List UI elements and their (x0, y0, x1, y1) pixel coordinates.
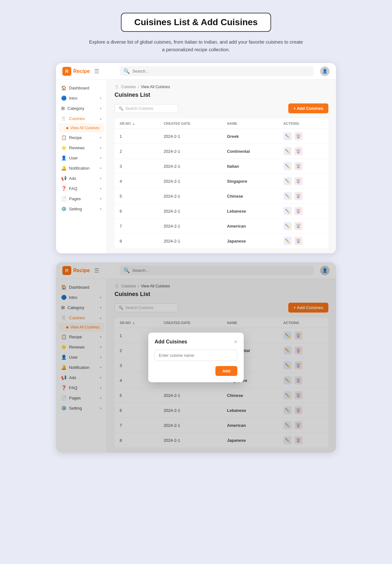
cell-date: 2024-2-1 (158, 174, 222, 189)
pages-icon: 📄 (61, 196, 66, 201)
modal-close-button[interactable]: × (234, 339, 237, 345)
edit-button[interactable]: ✏️ (284, 162, 292, 170)
search-cuisines-1[interactable]: 🔍 Search Cuisines (115, 104, 178, 113)
category-icon: ⊞ (61, 106, 65, 111)
table-row: 6 2024-2-1 Lebanese ✏️ 🗑️ (115, 204, 328, 219)
home-icon: 🏠 (61, 85, 66, 90)
cell-date: 2024-2-1 (158, 144, 222, 159)
logo-text: Recipe (73, 68, 90, 74)
sidebar-label-ads: Ads (69, 176, 76, 181)
cell-date: 2024-2-1 (158, 219, 222, 234)
sidebar-label-cuisines: Cuisines (69, 116, 85, 121)
delete-button[interactable]: 🗑️ (294, 192, 303, 200)
chevron-user: ▾ (100, 156, 102, 160)
app-window-2: R Recipe ☰ 🔍 👤 🏠 Dashboard 🔵 Intro ▾ ⊞ (56, 262, 336, 453)
sidebar-item-reviews[interactable]: ⭐ Reviews ▾ (56, 143, 107, 153)
cell-sr: 4 (115, 174, 158, 189)
sidebar-item-recipe[interactable]: 📋 Recipe ▾ (56, 132, 107, 143)
modal-add-button[interactable]: Add (215, 366, 237, 376)
modal-box: Add Cuisines × Add (148, 333, 244, 382)
toolbar-1: 🔍 Search Cuisines + Add Cuisines (115, 103, 328, 113)
sidebar-sub-view-all-cuisines[interactable]: View All Cuisines (59, 123, 104, 132)
logo-icon: R (62, 67, 71, 76)
intro-icon: 🔵 (61, 95, 66, 101)
setting-icon: ⚙️ (61, 206, 66, 211)
delete-button[interactable]: 🗑️ (294, 147, 303, 155)
cell-sr: 3 (115, 159, 158, 174)
cell-date: 2024-2-1 (158, 129, 222, 144)
delete-button[interactable]: 🗑️ (294, 162, 303, 170)
edit-button[interactable]: ✏️ (284, 237, 292, 245)
edit-button[interactable]: ✏️ (284, 177, 292, 185)
modal-cuisine-input[interactable] (155, 350, 237, 361)
sidebar-label-category: Category (67, 106, 84, 111)
sort-arrow-srno: ▲ (132, 122, 135, 125)
delete-button[interactable]: 🗑️ (294, 177, 303, 185)
sidebar-label-recipe: Recipe (69, 135, 82, 140)
edit-button[interactable]: ✏️ (284, 132, 292, 140)
sidebar-item-intro[interactable]: 🔵 Intro ▾ (56, 93, 107, 103)
sidebar-item-user[interactable]: 👤 User ▾ (56, 153, 107, 163)
chevron-intro: ▾ (100, 96, 102, 100)
table-row: 1 2024-2-1 Greek ✏️ 🗑️ (115, 129, 328, 144)
logo-icon-text: R (65, 69, 68, 74)
cell-sr: 7 (115, 219, 158, 234)
content-area-1: 🍴 Cuisines › View All Cuisines Cuisines … (107, 80, 336, 253)
sidebar-label-setting: Setting (69, 207, 82, 211)
page-title: Cuisines List & Add Cuisines (134, 17, 258, 27)
edit-button[interactable]: ✏️ (284, 222, 292, 230)
cell-date: 2024-2-1 (158, 159, 222, 174)
edit-button[interactable]: ✏️ (284, 147, 292, 155)
col-created-date: CREATED DATE (158, 118, 222, 129)
cell-actions: ✏️ 🗑️ (278, 234, 328, 249)
delete-button[interactable]: 🗑️ (294, 132, 303, 140)
delete-button[interactable]: 🗑️ (294, 222, 303, 230)
chevron-notification: ▾ (100, 166, 102, 170)
sidebar-label-user: User (69, 156, 78, 160)
sidebar-label-dashboard: Dashboard (69, 86, 89, 90)
cell-name: American (222, 219, 278, 234)
cell-name: Japanese (222, 234, 278, 249)
ads-icon: 📢 (61, 176, 66, 181)
modal-overlay[interactable]: Add Cuisines × Add (56, 262, 336, 453)
col-actions: ACTIONS (278, 118, 328, 129)
modal-title: Add Cuisines (155, 339, 187, 345)
chevron-recipe: ▾ (100, 136, 102, 139)
topbar-nav-icon[interactable]: ☰ (94, 68, 99, 75)
add-cuisines-button-1[interactable]: + Add Cuisines (288, 103, 328, 113)
cell-actions: ✏️ 🗑️ (278, 219, 328, 234)
chevron-category: ▾ (100, 107, 102, 110)
delete-button[interactable]: 🗑️ (294, 207, 303, 215)
search-input[interactable] (132, 69, 310, 74)
table-row: 7 2024-2-1 American ✏️ 🗑️ (115, 219, 328, 234)
edit-button[interactable]: ✏️ (284, 192, 292, 200)
cell-name: Italian (222, 159, 278, 174)
sidebar-sub-label-view-all: View All Cuisines (70, 126, 99, 130)
notification-icon: 🔔 (61, 166, 66, 171)
cell-actions: ✏️ 🗑️ (278, 189, 328, 204)
sidebar-label-pages: Pages (69, 196, 81, 201)
table-row: 4 2024-2-1 Singapore ✏️ 🗑️ (115, 174, 328, 189)
table-row: 5 2024-2-1 Chinese ✏️ 🗑️ (115, 189, 328, 204)
sidebar-item-pages[interactable]: 📄 Pages ▾ (56, 194, 107, 204)
sidebar-1: 🏠 Dashboard 🔵 Intro ▾ ⊞ Category ▾ 🍴 Cui… (56, 80, 107, 253)
chevron-setting: ▾ (100, 207, 102, 211)
sidebar-item-faq[interactable]: ❓ FAQ ▾ (56, 183, 107, 194)
delete-button[interactable]: 🗑️ (294, 237, 303, 245)
reviews-icon: ⭐ (61, 145, 66, 150)
edit-button[interactable]: ✏️ (284, 207, 292, 215)
sidebar-item-dashboard[interactable]: 🏠 Dashboard (56, 83, 107, 93)
sidebar-label-notification: Notification (69, 166, 89, 171)
topbar-1: R Recipe ☰ 🔍 👤 (56, 63, 336, 80)
sidebar-item-notification[interactable]: 🔔 Notification ▾ (56, 163, 107, 173)
breadcrumb-sep: › (138, 85, 139, 89)
sidebar-item-category[interactable]: ⊞ Category ▾ (56, 103, 107, 113)
sidebar-item-setting[interactable]: ⚙️ Setting ▾ (56, 204, 107, 214)
sidebar-item-ads[interactable]: 📢 Ads ▾ (56, 173, 107, 183)
cell-actions: ✏️ 🗑️ (278, 144, 328, 159)
cell-name: Lebanese (222, 204, 278, 219)
chevron-reviews: ▾ (100, 146, 102, 150)
sidebar-label-intro: Intro (69, 96, 77, 101)
sidebar-item-cuisines[interactable]: 🍴 Cuisines ▴ (56, 113, 107, 123)
main-layout-1: 🏠 Dashboard 🔵 Intro ▾ ⊞ Category ▾ 🍴 Cui… (56, 80, 336, 253)
